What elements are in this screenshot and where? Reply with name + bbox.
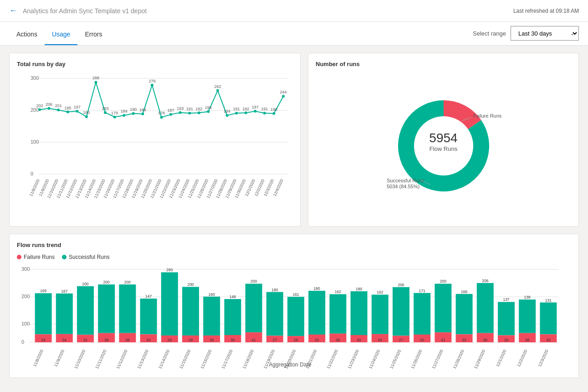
svg-text:169: 169 [40, 289, 46, 293]
svg-text:190: 190 [271, 107, 277, 112]
svg-point-10 [57, 108, 60, 111]
bar-chart-title: Flow runs trend [17, 242, 571, 248]
svg-text:36: 36 [336, 338, 340, 342]
svg-text:34: 34 [378, 338, 383, 342]
svg-text:27: 27 [273, 338, 277, 342]
svg-text:11/18/2020: 11/18/2020 [242, 349, 255, 369]
svg-text:12/1/2020: 12/1/2020 [495, 349, 507, 368]
failure-dot [17, 255, 21, 259]
svg-rect-178 [435, 284, 451, 332]
svg-point-9 [48, 107, 51, 110]
svg-text:11/25/2020: 11/25/2020 [389, 349, 402, 369]
range-label: Select range [473, 30, 506, 37]
svg-text:5034 (84.55%): 5034 (84.55%) [387, 184, 419, 189]
svg-text:32: 32 [315, 338, 319, 342]
svg-text:160: 160 [209, 292, 215, 297]
svg-rect-186 [477, 283, 494, 333]
svg-point-19 [141, 113, 144, 115]
svg-text:197: 197 [252, 105, 259, 109]
svg-rect-126 [161, 272, 178, 335]
range-selector: Select range Last 7 days Last 30 days La… [473, 26, 579, 41]
svg-point-17 [123, 114, 125, 117]
svg-text:193: 193 [102, 106, 109, 111]
legend-success: Successful Runs [62, 254, 109, 260]
donut-chart-title: Number of runs [316, 61, 571, 67]
svg-text:244: 244 [280, 90, 286, 94]
svg-rect-150 [287, 297, 304, 336]
svg-rect-154 [308, 291, 325, 335]
svg-text:34: 34 [62, 338, 67, 342]
svg-text:162: 162 [335, 289, 341, 294]
svg-rect-142 [245, 284, 262, 332]
top-charts-row: Total runs by day 300 200 100 0 [9, 53, 579, 227]
svg-point-33 [272, 112, 275, 115]
svg-text:33: 33 [41, 338, 46, 342]
svg-text:11/27/2020: 11/27/2020 [431, 349, 444, 369]
svg-point-22 [169, 113, 172, 116]
range-dropdown-wrapper: Last 7 days Last 30 days Last 60 days La… [511, 26, 579, 41]
svg-text:27: 27 [399, 338, 404, 342]
svg-text:171: 171 [419, 289, 425, 293]
header-left: ← Analytics for Admin Sync Template v1 d… [9, 6, 147, 15]
svg-text:206: 206 [482, 279, 488, 283]
svg-text:11/17/2020: 11/17/2020 [221, 349, 234, 369]
svg-text:12/3/2020: 12/3/2020 [537, 349, 549, 368]
svg-point-34 [282, 95, 285, 98]
svg-text:11/29/2020: 11/29/2020 [473, 349, 486, 369]
svg-text:279: 279 [148, 79, 155, 83]
svg-point-8 [38, 108, 41, 111]
svg-text:180: 180 [356, 287, 362, 291]
svg-text:Aggregation Date: Aggregation Date [269, 361, 312, 368]
svg-point-26 [207, 110, 210, 113]
nav-tabs: Actions Usage Errors Select range Last 7… [0, 22, 588, 46]
svg-rect-106 [56, 294, 73, 334]
svg-point-29 [235, 112, 238, 114]
tab-actions[interactable]: Actions [9, 24, 45, 45]
svg-text:30: 30 [357, 338, 361, 342]
back-button[interactable]: ← [9, 6, 17, 15]
svg-point-15 [104, 111, 107, 114]
line-chart-container: 300 200 100 0 11/8/202011/9/202011/10/20… [17, 73, 293, 219]
donut-center: 5954 Flow Runs [429, 131, 457, 152]
donut-total-label: Flow Runs [429, 145, 457, 152]
svg-rect-102 [35, 293, 52, 334]
svg-text:200: 200 [398, 283, 404, 287]
svg-text:33: 33 [546, 338, 551, 342]
svg-rect-198 [540, 303, 557, 335]
svg-text:12/2/2020: 12/2/2020 [516, 349, 528, 368]
svg-text:29: 29 [504, 338, 509, 342]
success-dot [62, 255, 66, 259]
svg-text:30: 30 [230, 338, 235, 342]
range-dropdown[interactable]: Last 7 days Last 30 days Last 60 days La… [511, 26, 579, 41]
tab-errors[interactable]: Errors [77, 24, 109, 45]
tabs-container: Actions Usage Errors [9, 24, 110, 45]
svg-rect-182 [456, 294, 473, 335]
tab-usage[interactable]: Usage [45, 24, 77, 45]
donut-chart-card: Number of runs Failure Runs 920 (15.45%)… [308, 53, 579, 227]
svg-rect-122 [140, 299, 157, 334]
svg-text:38: 38 [483, 338, 488, 342]
svg-rect-110 [77, 286, 94, 335]
svg-text:200: 200 [103, 280, 110, 284]
svg-text:148: 148 [230, 294, 236, 299]
svg-point-20 [151, 84, 153, 87]
page-title: Analytics for Admin Sync Template v1 dep… [23, 7, 147, 15]
main-content: Total runs by day 300 200 100 0 [0, 46, 588, 385]
svg-text:11/16/2020: 11/16/2020 [199, 349, 212, 369]
svg-text:200: 200 [251, 279, 257, 284]
svg-text:26: 26 [294, 338, 298, 342]
svg-text:200: 200 [440, 279, 446, 284]
svg-point-24 [188, 112, 191, 114]
svg-text:38: 38 [104, 338, 109, 342]
svg-point-21 [160, 116, 163, 119]
svg-point-18 [132, 112, 135, 115]
svg-text:197: 197 [74, 105, 81, 109]
svg-text:191: 191 [261, 107, 268, 111]
svg-text:200: 200 [31, 107, 39, 113]
svg-text:41: 41 [441, 338, 445, 342]
svg-text:11/11/2020: 11/11/2020 [94, 349, 107, 369]
svg-text:32: 32 [420, 338, 424, 342]
svg-text:147: 147 [145, 294, 152, 299]
svg-text:28: 28 [168, 338, 172, 342]
svg-point-28 [226, 114, 229, 117]
